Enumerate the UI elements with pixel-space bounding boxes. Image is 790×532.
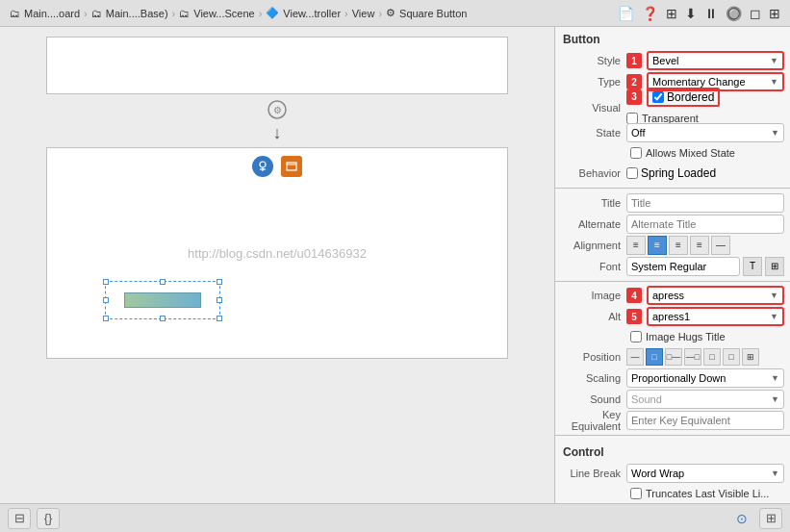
allows-mixed-checkbox[interactable] xyxy=(630,147,642,159)
alt-image-dropdown[interactable]: apress1 ▼ xyxy=(647,307,784,326)
sound-label: Sound xyxy=(561,393,626,405)
allows-mixed-label: Allows Mixed State xyxy=(646,147,735,159)
alt-image-label: Alt xyxy=(561,311,626,322)
pos-btn-6[interactable]: □ xyxy=(723,348,740,366)
bottom-icon-circle[interactable]: ⊙ xyxy=(730,508,753,529)
handle-bl xyxy=(103,316,109,321)
align-right-btn[interactable]: ≡ xyxy=(669,236,688,255)
font-label: Font xyxy=(561,261,626,272)
bottom-btn-4[interactable]: ⊞ xyxy=(759,508,782,529)
alignment-label: Alignment xyxy=(561,240,626,251)
handle-bm xyxy=(160,316,166,321)
bc-item-5[interactable]: View xyxy=(352,8,375,19)
align-center-btn[interactable]: ≡ xyxy=(648,236,667,255)
visual-row: Visual 3 Bordered Transparent xyxy=(555,92,790,122)
image-hugs-checkbox[interactable] xyxy=(630,331,642,342)
top-icon-doc[interactable]: 📄 xyxy=(618,6,634,21)
top-icon-table[interactable]: ⊞ xyxy=(769,6,780,21)
state-dropdown-arrow: ▼ xyxy=(771,128,779,138)
sound-dropdown[interactable]: Sound ▼ xyxy=(626,390,784,409)
bc-item-1[interactable]: Main....oard xyxy=(24,8,80,19)
top-icon-help[interactable]: ❓ xyxy=(642,6,658,21)
state-label: State xyxy=(561,127,626,139)
selection-handles xyxy=(106,282,219,318)
pos-btn-7[interactable]: ⊞ xyxy=(742,348,759,366)
annotation-3: 3 xyxy=(626,89,642,105)
top-icon-grid[interactable]: ⊞ xyxy=(666,6,677,21)
inspector-panel: Button Style 1 Bevel ▼ Type 2 Momentary … xyxy=(554,27,790,503)
pos-btn-1[interactable]: — xyxy=(626,348,644,366)
spring-loaded-label: Spring Loaded xyxy=(641,166,716,180)
handle-tr xyxy=(217,279,222,285)
line-break-dropdown[interactable]: Word Wrap ▼ xyxy=(626,464,784,483)
annotation-1: 1 xyxy=(626,53,642,68)
scaling-dropdown[interactable]: Proportionally Down ▼ xyxy=(626,368,784,388)
image-label: Image xyxy=(561,290,626,301)
pos-btn-3[interactable]: □— xyxy=(665,348,682,366)
watermark-text: http://blog.csdn.net/u014636932 xyxy=(188,246,367,261)
line-break-row: Line Break Word Wrap ▼ xyxy=(555,463,790,484)
bordered-checkbox[interactable] xyxy=(652,91,664,103)
top-icon-download[interactable]: ⬇ xyxy=(685,6,697,21)
scaling-value: Proportionally Down xyxy=(631,372,726,384)
bottom-btn-1[interactable]: ⊟ xyxy=(8,508,31,529)
style-dropdown[interactable]: Bevel ▼ xyxy=(647,51,784,70)
pos-btn-4[interactable]: —□ xyxy=(684,348,701,366)
state-value: Off xyxy=(631,127,645,139)
image-dropdown[interactable]: apress ▼ xyxy=(647,286,784,305)
bc-icon-6: ⚙ xyxy=(386,7,395,19)
truncates-checkbox[interactable] xyxy=(630,488,642,499)
alt-image-value: apress1 xyxy=(652,311,690,322)
divider-3 xyxy=(555,435,790,436)
scaling-label: Scaling xyxy=(561,372,626,384)
handle-tm xyxy=(160,279,166,285)
sound-placeholder: Sound xyxy=(631,393,662,405)
top-icon-circle[interactable]: 🔘 xyxy=(726,6,742,21)
vc-icons xyxy=(252,156,302,177)
divider-1 xyxy=(555,188,790,189)
bc-item-2[interactable]: Main....Base) xyxy=(106,8,168,19)
truncates-row: Truncates Last Visible Li... xyxy=(555,484,790,503)
top-icon-square[interactable]: ◻ xyxy=(750,6,761,21)
first-responder-icon xyxy=(252,156,273,177)
alternate-input[interactable] xyxy=(626,215,784,234)
alternate-row: Alternate xyxy=(555,214,790,235)
control-section-header: Control xyxy=(555,440,790,463)
selected-button-widget[interactable] xyxy=(105,281,220,319)
alt-image-dropdown-arrow: ▼ xyxy=(770,312,778,321)
bottom-btn-2[interactable]: {} xyxy=(37,508,60,529)
bordered-label: Bordered xyxy=(667,90,714,104)
image-row: Image 4 apress ▼ xyxy=(555,285,790,306)
annotation-4: 4 xyxy=(626,288,642,303)
align-left-btn[interactable]: ≡ xyxy=(626,236,646,255)
view-controller-icon xyxy=(281,156,302,177)
pos-btn-2[interactable]: □ xyxy=(646,348,663,366)
alternate-label: Alternate xyxy=(561,218,626,230)
bc-item-4[interactable]: View...troller xyxy=(283,8,341,19)
connection-arrow: ⚙ ↓ xyxy=(263,98,292,143)
handle-mr xyxy=(217,297,222,303)
bc-icon-3: 🗂 xyxy=(179,8,190,19)
handle-br xyxy=(217,316,222,321)
button-section-header: Button xyxy=(555,27,790,50)
bc-item-3[interactable]: View...Scene xyxy=(193,8,254,19)
key-equiv-input[interactable] xyxy=(626,411,784,430)
position-label: Position xyxy=(561,351,626,363)
title-input[interactable] xyxy=(626,193,784,213)
type-label: Type xyxy=(561,76,626,88)
align-justify-btn[interactable]: ≡ xyxy=(690,236,709,255)
bc-item-6[interactable]: Square Button xyxy=(399,8,467,19)
align-natural-btn[interactable]: — xyxy=(711,236,730,255)
bc-icon-4: 🔷 xyxy=(266,7,279,19)
spring-loaded-checkbox[interactable] xyxy=(626,167,638,179)
font-value: System Regular xyxy=(631,261,706,272)
type-dropdown-arrow: ▼ xyxy=(770,77,778,87)
svg-text:⚙: ⚙ xyxy=(273,105,282,115)
top-icon-pause[interactable]: ⏸ xyxy=(704,6,718,21)
font-dropdown[interactable]: System Regular xyxy=(626,257,740,276)
state-dropdown[interactable]: Off ▼ xyxy=(626,123,784,142)
pos-btn-5[interactable]: □ xyxy=(703,348,721,366)
font-t-btn[interactable]: T xyxy=(743,257,762,276)
font-stepper-btn[interactable]: ⊞ xyxy=(765,257,784,276)
breadcrumb-bar: 🗂 Main....oard › 🗂 Main....Base) › 🗂 Vie… xyxy=(0,0,790,27)
